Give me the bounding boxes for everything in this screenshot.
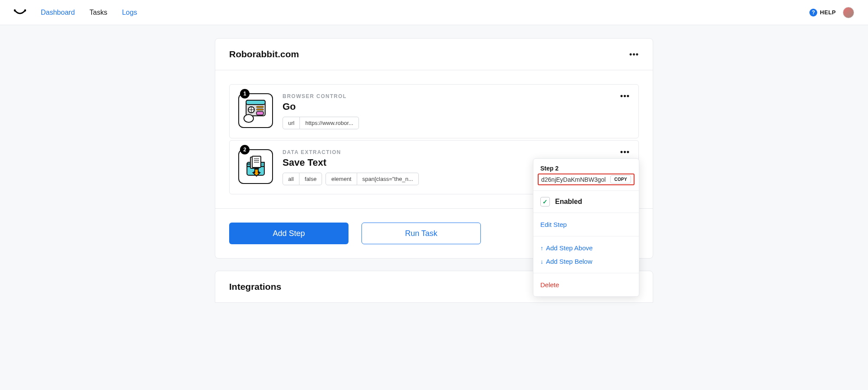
svg-rect-7: [256, 106, 263, 108]
main-nav: Dashboard Tasks Logs: [41, 9, 137, 16]
task-card-header: Roborabbit.com •••: [215, 39, 653, 70]
check-icon: ✓: [540, 197, 550, 206]
enabled-toggle-row[interactable]: ✓ Enabled: [540, 197, 632, 206]
browser-control-icon: [238, 93, 273, 128]
enabled-label: Enabled: [555, 198, 582, 206]
step-number-badge: 2: [240, 145, 250, 154]
help-icon: ?: [809, 9, 817, 16]
data-extraction-icon: [238, 149, 273, 184]
step-row[interactable]: 1 BROWSER CONTROL: [229, 84, 639, 138]
logo: [14, 9, 26, 16]
copy-step-id-button[interactable]: COPY: [610, 175, 631, 184]
svg-rect-3: [246, 100, 265, 105]
edit-step-link[interactable]: Edit Step: [540, 219, 632, 230]
param-value: false: [299, 173, 322, 185]
arrow-up-icon: ↑: [540, 245, 543, 252]
nav-logs[interactable]: Logs: [122, 9, 137, 16]
delete-step-link[interactable]: Delete: [540, 279, 632, 290]
param-chip: all false: [283, 173, 322, 185]
top-bar: Dashboard Tasks Logs ? HELP: [0, 0, 868, 25]
param-chip: url https://www.robor...: [283, 117, 359, 129]
step-category: BROWSER CONTROL: [283, 93, 630, 99]
popover-step-title: Step 2: [540, 165, 632, 172]
step-menu-button[interactable]: •••: [620, 92, 630, 101]
add-step-above-link[interactable]: ↑ Add Step Above: [540, 243, 632, 253]
user-avatar[interactable]: [843, 7, 854, 18]
param-value: https://www.robor...: [300, 117, 359, 129]
add-below-label: Add Step Below: [546, 258, 592, 265]
svg-rect-9: [256, 111, 263, 115]
svg-point-10: [244, 115, 253, 122]
step-name: Go: [283, 101, 630, 112]
arrow-down-icon: ↓: [540, 258, 543, 265]
help-button[interactable]: ? HELP: [809, 9, 836, 16]
add-step-below-link[interactable]: ↓ Add Step Below: [540, 256, 632, 267]
help-label: HELP: [820, 9, 836, 16]
param-key: all: [283, 173, 299, 185]
step-menu-button[interactable]: •••: [620, 147, 630, 157]
add-step-button[interactable]: Add Step: [229, 223, 349, 244]
nav-tasks[interactable]: Tasks: [89, 9, 107, 16]
run-task-button[interactable]: Run Task: [362, 223, 481, 244]
task-title: Roborabbit.com: [229, 49, 299, 59]
step-id: d26njEyDaKmNBW3gol: [541, 176, 607, 183]
nav-dashboard[interactable]: Dashboard: [41, 9, 75, 16]
step-number-badge: 1: [240, 89, 250, 98]
step-id-row: d26njEyDaKmNBW3gol COPY: [538, 174, 635, 185]
svg-rect-8: [256, 109, 263, 110]
step-category: DATA EXTRACTION: [283, 149, 630, 155]
task-menu-button[interactable]: •••: [629, 50, 639, 59]
param-key: url: [283, 117, 300, 129]
add-above-label: Add Step Above: [546, 244, 593, 252]
param-key: element: [326, 173, 357, 185]
param-value: span[class="the_n...: [357, 173, 419, 185]
step-context-menu: Step 2 d26njEyDaKmNBW3gol COPY ✓ Enabled…: [533, 158, 639, 297]
svg-rect-13: [252, 156, 261, 167]
integrations-title: Integrations: [229, 282, 281, 292]
param-chip: element span[class="the_n...: [326, 173, 418, 185]
